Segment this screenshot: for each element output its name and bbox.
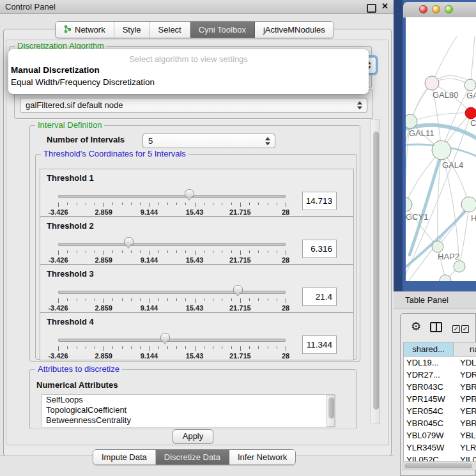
threshold-label: Threshold 1 <box>47 173 94 183</box>
threshold-slider-thumb[interactable] <box>160 333 170 341</box>
float-window-icon[interactable] <box>367 4 376 13</box>
table-grid: shared... na YDL19...YDL1YDR27...YDR2YBR… <box>403 342 476 468</box>
scale-label: -3.426 <box>48 304 68 312</box>
scale-label: -3.426 <box>48 352 68 360</box>
GAL11-node[interactable] <box>406 114 417 128</box>
tab-network[interactable]: Network <box>56 22 114 38</box>
table-row[interactable]: YBR045CYBR0 <box>404 418 476 430</box>
threshold-label: Threshold 4 <box>47 317 94 326</box>
algorithm-dropdown-hint: Select algorithm to view settings <box>8 54 369 64</box>
table-row[interactable]: YER054CYER0 <box>404 406 476 418</box>
table-row[interactable]: YDR27...YDR2 <box>404 369 476 381</box>
attribute-item-betweennesscentrality[interactable]: BetweennessCentrality <box>42 415 335 426</box>
H-node[interactable] <box>461 197 476 212</box>
number-of-intervals-select[interactable]: 5 <box>142 134 275 148</box>
table-row[interactable]: YPR145WYPR1 <box>404 394 476 406</box>
tab-label: Select <box>158 25 181 35</box>
threshold-value-field[interactable]: 11.344 <box>302 335 337 354</box>
GCY1-node[interactable] <box>406 197 412 211</box>
close-traffic-light[interactable] <box>419 5 427 13</box>
threshold-value-field[interactable]: 14.713 <box>302 192 337 210</box>
scale-label: 2.859 <box>95 304 112 312</box>
attributes-list-scrollbar[interactable] <box>326 395 335 427</box>
GAL80-node[interactable] <box>425 76 439 90</box>
tab-label: jActiveMNodules <box>263 25 325 35</box>
HAP2-node[interactable] <box>432 241 443 252</box>
tab-jactivemnodules[interactable]: jActiveMNodules <box>255 22 334 38</box>
subtab-infer-network[interactable]: Infer Network <box>229 450 295 464</box>
table-row[interactable]: YLR345WYLR3 <box>404 442 476 454</box>
scale-label: 15.43 <box>186 208 204 216</box>
cell-name: YBR0 <box>460 382 476 392</box>
threshold-slider-thumb[interactable] <box>124 237 134 245</box>
control-panel-title: Control Panel <box>5 2 56 12</box>
subtab-impute-data[interactable]: Impute Data <box>93 450 156 464</box>
tab-select[interactable]: Select <box>150 22 190 38</box>
table-row[interactable]: YDL19...YDL1 <box>404 357 476 369</box>
control-panel-titlebar: Control Panel ✕ <box>0 0 395 14</box>
scale-label: 9.144 <box>141 352 158 360</box>
tab-label: Infer Network <box>238 452 287 462</box>
column-header-shared-name[interactable]: shared... <box>404 342 454 357</box>
scale-label: 21.715 <box>229 352 251 360</box>
threshold-slider-track[interactable] <box>58 195 286 198</box>
threshold-value-field[interactable]: 21.4 <box>302 288 337 306</box>
attributes-group: Attributes to discretize Numerical Attri… <box>29 369 357 429</box>
table-settings-gear-icon[interactable]: ⚙ <box>411 321 421 332</box>
threshold-slider-track[interactable] <box>58 291 286 294</box>
select-all-checkbox-icon[interactable]: ✓ <box>452 325 460 333</box>
red-node[interactable] <box>465 107 476 119</box>
settings-vertical-scrollbar[interactable] <box>371 119 380 424</box>
network-edge <box>406 204 438 247</box>
threshold-slider-thumb[interactable] <box>185 189 194 197</box>
bottom-node-2[interactable] <box>440 275 451 281</box>
column-layout-icon[interactable] <box>430 322 442 332</box>
numerical-attributes-list[interactable]: SelfLoopsTopologicalCoefficientBetweenne… <box>42 394 335 427</box>
scale-label: 28 <box>282 256 289 264</box>
select-none-checkbox-icon[interactable]: ✓ <box>461 325 469 333</box>
attributes-group-title: Attributes to discretize <box>35 364 122 374</box>
cell-shared-name: YDR27... <box>406 370 440 380</box>
tab-cyni-toolbox[interactable]: Cyni Toolbox <box>190 22 255 38</box>
network-canvas[interactable]: GAL80GACGAL11GAL4GCY1HHAP2 <box>406 17 476 281</box>
attribute-item-topologicalcoefficient[interactable]: TopologicalCoefficient <box>42 405 335 415</box>
apply-button[interactable]: Apply <box>173 429 213 444</box>
node-label-gal11: GAL11 <box>409 128 434 138</box>
zoom-traffic-light[interactable] <box>445 5 453 13</box>
table-data-selected-value: galFiltered.sif default node <box>26 100 123 110</box>
table-row[interactable]: YBR043CYBR0 <box>404 381 476 394</box>
threshold-value-field[interactable]: 6.316 <box>302 240 337 258</box>
network-tree-icon <box>64 25 72 35</box>
threshold-slider-thumb[interactable] <box>233 285 243 293</box>
table-panel-title: Table Panel <box>405 295 449 305</box>
subtab-discretize-data[interactable]: Discretize Data <box>156 450 229 464</box>
cell-name: YBL0 <box>460 431 476 440</box>
threshold-1-box: Threshold 1-3.4262.8599.14415.4321.71528… <box>40 169 354 217</box>
algorithm-option-equal-width-frequency-discretization[interactable]: Equal Width/Frequency Discretization <box>8 76 369 88</box>
GAL4-node[interactable] <box>432 141 451 160</box>
scale-label: 2.859 <box>95 352 112 360</box>
table-data-select[interactable]: galFiltered.sif default node <box>20 98 367 113</box>
close-icon[interactable]: ✕ <box>381 1 388 11</box>
threshold-slider-track[interactable] <box>58 243 286 246</box>
table-row[interactable]: YBL079WYBL0 <box>404 430 476 442</box>
algorithm-option-manual-discretization[interactable]: Manual Discretization <box>8 64 369 76</box>
threshold-slider-track[interactable] <box>58 339 286 342</box>
tab-label: Discretize Data <box>164 452 220 462</box>
main-tab-bar: NetworkStyleSelectCyni ToolboxjActiveMNo… <box>55 21 334 38</box>
bottom-tab-bar: Impute DataDiscretize DataInfer Network <box>93 449 296 465</box>
control-panel-window: Control Panel ✕ NetworkStyleSelectCyni T… <box>0 0 395 476</box>
threshold-2-box: Threshold 2-3.4262.8599.14415.4321.71528… <box>40 217 354 265</box>
column-header-name[interactable]: na <box>454 342 476 357</box>
cell-shared-name: YDL19... <box>406 358 439 367</box>
tab-label: Cyni Toolbox <box>199 25 246 35</box>
table-horizontal-scrollbar[interactable] <box>403 461 476 470</box>
attribute-item-selfloops[interactable]: SelfLoops <box>42 395 335 405</box>
minimize-traffic-light[interactable] <box>432 5 440 13</box>
tab-style[interactable]: Style <box>114 22 150 38</box>
scale-label: 21.715 <box>229 208 251 216</box>
cell-shared-name: YBR045C <box>406 418 443 428</box>
bottom-node[interactable] <box>454 261 465 272</box>
top-right-node[interactable] <box>464 79 476 91</box>
scale-label: 15.43 <box>186 352 204 360</box>
